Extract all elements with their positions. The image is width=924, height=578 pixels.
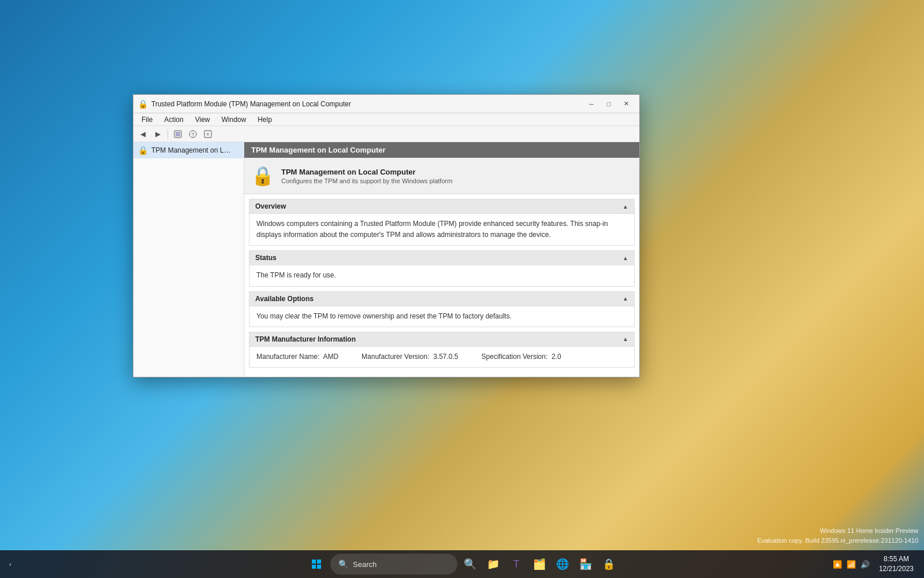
desktop: 🔒 Trusted Platform Module (TPM) Manageme… xyxy=(0,0,924,578)
app-info-icon: 🔒 xyxy=(251,165,274,187)
spec-version: Specification Version: 2.0 xyxy=(482,351,561,362)
window-controls: ─ □ ✕ xyxy=(583,98,635,110)
taskbar-right: 🔼 📶 🔊 8:55 AM 12/21/2023 xyxy=(832,553,917,575)
watermark-line2: Evaluation copy. Build 23595.ni_prerelea… xyxy=(757,536,918,546)
section-status-header[interactable]: Status ▲ xyxy=(249,251,634,265)
sidebar-item-label: TPM Management on Local Compu xyxy=(151,146,232,154)
section-available-options: Available Options ▲ You may clear the TP… xyxy=(249,291,635,327)
app-info-text: TPM Management on Local Computer Configu… xyxy=(281,168,452,184)
section-status-title: Status xyxy=(255,254,277,262)
manufacturer-name: Manufacturer Name: AMD xyxy=(256,351,338,362)
section-manufacturer-toggle: ▲ xyxy=(623,336,628,342)
tpm-window: 🔒 Trusted Platform Module (TPM) Manageme… xyxy=(133,94,640,377)
clock-date: 12/21/2023 xyxy=(879,564,914,574)
up-button[interactable] xyxy=(171,128,185,140)
toolbar: ◀ ▶ ? ≡ xyxy=(133,126,639,142)
menu-file[interactable]: File xyxy=(136,113,158,125)
section-overview-toggle: ▲ xyxy=(623,203,628,210)
menu-action[interactable]: Action xyxy=(158,113,189,125)
help-button[interactable]: ? xyxy=(186,128,200,140)
taskbar-icon-lens[interactable]: 🔍 xyxy=(460,554,480,575)
taskbar-icon-edge[interactable]: 🌐 xyxy=(552,554,573,575)
svg-rect-9 xyxy=(317,565,321,569)
section-overview: Overview ▲ Windows computers containing … xyxy=(249,199,635,246)
toolbar-separator-1 xyxy=(167,129,168,139)
content-area: 🔒 TPM Management on Local Compu TPM Mana… xyxy=(133,142,639,377)
tray-icon-network[interactable]: 📶 xyxy=(845,559,857,570)
svg-rect-1 xyxy=(176,132,180,136)
back-button[interactable]: ◀ xyxy=(136,128,150,140)
taskbar-search[interactable]: 🔍 Search xyxy=(330,554,457,575)
section-manufacturer-body: Manufacturer Name: AMD Manufacturer Vers… xyxy=(249,347,634,367)
section-options-body: You may clear the TPM to remove ownershi… xyxy=(249,306,634,327)
forward-button[interactable]: ▶ xyxy=(151,128,165,140)
close-button[interactable]: ✕ xyxy=(617,98,635,110)
app-info-row: 🔒 TPM Management on Local Computer Confi… xyxy=(244,158,639,194)
svg-text:?: ? xyxy=(191,132,194,138)
title-bar: 🔒 Trusted Platform Module (TPM) Manageme… xyxy=(133,95,639,113)
app-info-subtitle: Configures the TPM and its support by th… xyxy=(281,177,452,184)
section-status: Status ▲ The TPM is ready for use. xyxy=(249,250,635,286)
section-manufacturer: TPM Manufacturer Information ▲ Manufactu… xyxy=(249,332,635,368)
manufacturer-version: Manufacturer Version: 3.57.0.5 xyxy=(362,351,458,362)
export-button[interactable]: ≡ xyxy=(201,128,215,140)
taskbar-icon-files[interactable]: 📁 xyxy=(483,554,504,575)
taskbar-icon-tpm[interactable]: 🔒 xyxy=(598,554,619,575)
clock-time: 8:55 AM xyxy=(884,554,909,564)
svg-rect-6 xyxy=(312,560,316,564)
svg-text:≡: ≡ xyxy=(207,132,210,137)
minimize-button[interactable]: ─ xyxy=(583,98,600,110)
notification-chevron[interactable]: › xyxy=(7,560,13,569)
manufacturer-info-row: Manufacturer Name: AMD Manufacturer Vers… xyxy=(256,351,627,362)
taskbar-center: 🔍 Search 🔍 📁 T 🗂️ 🌐 🏪 🔒 xyxy=(305,553,619,576)
window-title: Trusted Platform Module (TPM) Management… xyxy=(151,100,579,108)
tpm-sidebar-icon: 🔒 xyxy=(138,146,148,155)
search-label: Search xyxy=(353,560,377,569)
tray-icon-volume[interactable]: 🔊 xyxy=(859,559,871,570)
sidebar-item-tpm[interactable]: 🔒 TPM Management on Local Compu xyxy=(133,142,244,158)
section-options-toggle: ▲ xyxy=(623,295,628,302)
tray-icon-wifi[interactable]: 🔼 xyxy=(832,559,843,570)
section-status-body: The TPM is ready for use. xyxy=(249,265,634,286)
section-manufacturer-header[interactable]: TPM Manufacturer Information ▲ xyxy=(249,332,634,347)
panel-header: TPM Management on Local Computer xyxy=(244,142,639,158)
menu-bar: File Action View Window Help xyxy=(133,113,639,126)
section-manufacturer-title: TPM Manufacturer Information xyxy=(255,335,356,343)
main-panel: TPM Management on Local Computer 🔒 TPM M… xyxy=(244,142,639,377)
section-overview-body: Windows computers containing a Trusted P… xyxy=(249,214,634,245)
taskbar-icon-teams[interactable]: T xyxy=(506,554,527,575)
taskbar: › 🔍 Search 🔍 📁 T 🗂️ 🌐 xyxy=(0,550,924,578)
sidebar: 🔒 TPM Management on Local Compu xyxy=(133,142,244,377)
taskbar-icon-store[interactable]: 🏪 xyxy=(575,554,596,575)
system-clock[interactable]: 8:55 AM 12/21/2023 xyxy=(875,553,917,575)
menu-window[interactable]: Window xyxy=(216,113,252,125)
taskbar-left: › xyxy=(7,560,13,569)
menu-view[interactable]: View xyxy=(189,113,216,125)
menu-help[interactable]: Help xyxy=(252,113,278,125)
watermark: Windows 11 Home Insider Preview Evaluati… xyxy=(757,526,918,546)
section-overview-header[interactable]: Overview ▲ xyxy=(249,199,634,214)
search-icon: 🔍 xyxy=(338,560,348,569)
maximize-button[interactable]: □ xyxy=(600,98,617,110)
system-tray-icons: 🔼 📶 🔊 xyxy=(832,559,871,570)
section-status-toggle: ▲ xyxy=(623,255,628,261)
section-overview-title: Overview xyxy=(255,202,286,210)
start-button[interactable] xyxy=(305,553,328,576)
watermark-line1: Windows 11 Home Insider Preview xyxy=(757,526,918,536)
window-icon: 🔒 xyxy=(138,99,148,109)
taskbar-icon-explorer[interactable]: 🗂️ xyxy=(529,554,550,575)
svg-rect-8 xyxy=(312,565,316,569)
app-info-title: TPM Management on Local Computer xyxy=(281,168,452,176)
svg-rect-7 xyxy=(317,560,321,564)
section-options-header[interactable]: Available Options ▲ xyxy=(249,292,634,306)
section-options-title: Available Options xyxy=(255,295,314,303)
